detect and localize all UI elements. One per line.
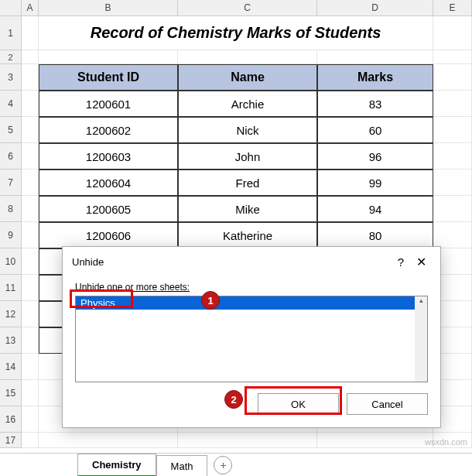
table-header[interactable]: Student ID [39,64,178,91]
table-header[interactable]: Marks [317,64,433,91]
dialog-title: Unhide [72,256,391,268]
cell[interactable] [22,354,39,380]
row-header-17[interactable]: 17 [0,433,22,448]
cell[interactable] [433,64,472,91]
row-header-7[interactable]: 7 [0,170,22,196]
table-cell[interactable]: 1200604 [39,170,178,196]
scrollbar[interactable] [415,296,427,382]
table-cell[interactable]: 1200605 [39,196,178,222]
cell[interactable] [433,117,472,143]
cell[interactable] [22,248,39,275]
cell[interactable] [317,433,433,448]
row-header-10[interactable]: 10 [0,248,22,275]
page-title[interactable]: Record of Chemistry Marks of Students [39,16,433,50]
table-cell[interactable]: 83 [317,91,433,117]
cell[interactable] [22,380,39,406]
col-header-E[interactable]: E [433,0,472,15]
cell[interactable] [22,50,39,64]
row-header-13[interactable]: 13 [0,327,22,354]
cell[interactable] [22,16,39,50]
cell[interactable] [178,50,317,64]
cell[interactable] [22,327,39,354]
cell[interactable] [22,222,39,248]
cell[interactable] [433,196,472,222]
cell[interactable] [433,222,472,248]
cell[interactable] [39,433,178,448]
cell[interactable] [433,170,472,196]
col-header-D[interactable]: D [317,0,433,15]
row-header-14[interactable]: 14 [0,354,22,380]
row-header-8[interactable]: 8 [0,196,22,222]
table-cell[interactable]: 60 [317,117,433,143]
table-cell[interactable]: 1200603 [39,143,178,170]
help-button[interactable]: ? [391,255,411,269]
col-header-C[interactable]: C [178,0,317,15]
table-cell[interactable]: Fred [178,170,317,196]
cell[interactable] [433,50,472,64]
cell[interactable] [22,91,39,117]
callout-marker-2: 2 [224,390,243,409]
table-cell[interactable]: 96 [317,143,433,170]
table-cell[interactable]: Nick [178,117,317,143]
close-button[interactable]: ✕ [411,255,431,269]
table-cell[interactable]: Archie [178,91,317,117]
sheet-tabs: Chemistry Math + [0,453,472,476]
cell[interactable] [22,170,39,196]
row-header-12[interactable]: 12 [0,301,22,327]
cell[interactable] [22,301,39,327]
watermark: wsxdn.com [425,437,467,447]
add-sheet-button[interactable]: + [214,456,232,474]
table-header[interactable]: Name [178,64,317,91]
cell[interactable] [22,143,39,170]
table-cell[interactable]: 99 [317,170,433,196]
table-cell[interactable]: Mike [178,196,317,222]
row-header-1[interactable]: 1 [0,16,22,50]
table-cell[interactable]: Katherine [178,222,317,248]
table-cell[interactable]: 80 [317,222,433,248]
cell[interactable] [433,143,472,170]
tab-math[interactable]: Math [156,455,208,477]
row-header-4[interactable]: 4 [0,91,22,117]
cell[interactable] [433,16,472,50]
row-header-3[interactable]: 3 [0,64,22,91]
table-cell[interactable]: 94 [317,196,433,222]
cell[interactable] [22,196,39,222]
row-header-16[interactable]: 16 [0,406,22,433]
table-cell[interactable]: 1200606 [39,222,178,248]
list-item[interactable]: Physics [76,296,427,310]
close-icon: ✕ [416,255,426,269]
col-header-A[interactable]: A [22,0,39,15]
cancel-button[interactable]: Cancel [347,393,428,415]
cell[interactable] [22,433,39,448]
tab-chemistry[interactable]: Chemistry [77,454,156,476]
row-header-11[interactable]: 11 [0,275,22,301]
cell[interactable] [22,117,39,143]
row-header-5[interactable]: 5 [0,117,22,143]
cell[interactable] [22,64,39,91]
select-all-corner[interactable] [0,0,22,15]
callout-marker-1: 1 [201,291,220,310]
unhide-dialog: Unhide ? ✕ Unhide one or more sheets: Ph… [62,246,441,428]
table-cell[interactable]: 1200602 [39,117,178,143]
cell[interactable] [22,406,39,433]
cell[interactable] [39,50,178,64]
row-header-15[interactable]: 15 [0,380,22,406]
row-header-6[interactable]: 6 [0,143,22,170]
cell[interactable] [317,50,433,64]
row-header-2[interactable]: 2 [0,50,22,64]
ok-button[interactable]: OK [258,393,339,415]
row-header-9[interactable]: 9 [0,222,22,248]
cell[interactable] [433,91,472,117]
unhide-label: Unhide one or more sheets: [75,282,428,293]
dialog-titlebar[interactable]: Unhide ? ✕ [63,247,440,277]
table-cell[interactable]: John [178,143,317,170]
cell[interactable] [178,433,317,448]
table-cell[interactable]: 1200601 [39,91,178,117]
cell[interactable] [22,275,39,301]
column-headers: A B C D E [0,0,472,16]
sheet-listbox[interactable]: Physics [75,296,428,382]
col-header-B[interactable]: B [39,0,178,15]
plus-icon: + [220,459,226,471]
